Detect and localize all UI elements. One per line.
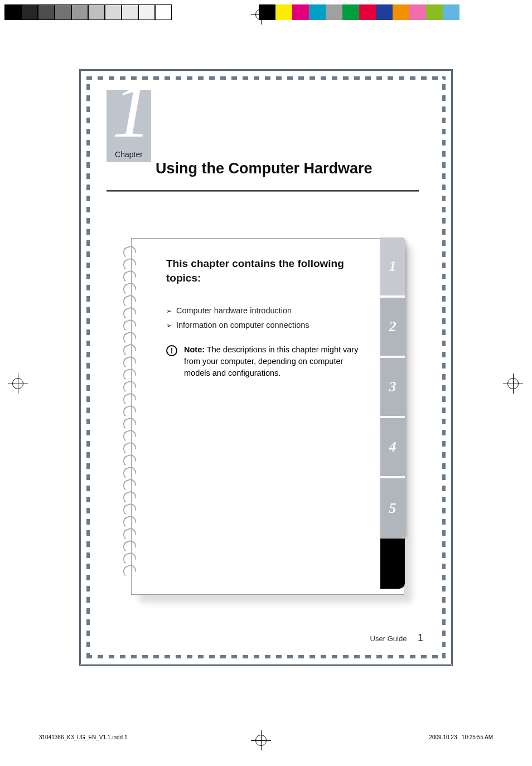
topic-item: Computer hardware introduction bbox=[166, 306, 404, 315]
swatch bbox=[4, 4, 21, 20]
chapter-title: Using the Computer Hardware bbox=[156, 160, 373, 177]
swatch bbox=[292, 4, 309, 20]
color-swatches bbox=[259, 4, 460, 20]
chapter-badge: 1 Chapter bbox=[107, 90, 151, 162]
tab-spine bbox=[380, 539, 405, 589]
page-footer: User Guide 1 bbox=[370, 632, 423, 644]
section-tab-4: 4 bbox=[380, 418, 405, 478]
topic-item: Information on computer connections bbox=[166, 321, 404, 329]
slug-datetime: 2009.10.23 10:25:55 AM bbox=[429, 734, 493, 740]
swatch bbox=[105, 4, 122, 20]
chapter-number: 1 bbox=[112, 65, 151, 155]
swatch bbox=[426, 4, 443, 20]
grayscale-swatches bbox=[4, 4, 172, 20]
topics-list: Computer hardware introductionInformatio… bbox=[166, 306, 404, 329]
note-label: Note: bbox=[184, 345, 205, 354]
print-slug: 31041386_K3_UG_EN_V1.1.indd 1 2009.10.23… bbox=[39, 734, 493, 740]
swatch bbox=[409, 4, 426, 20]
warning-icon: ! bbox=[166, 345, 177, 356]
section-tab-2: 2 bbox=[380, 298, 405, 358]
chapter-label: Chapter bbox=[107, 150, 151, 159]
registration-mark-left bbox=[8, 374, 28, 394]
page: 1 Chapter Using the Computer Hardware 12… bbox=[79, 69, 453, 666]
swatch bbox=[38, 4, 55, 20]
swatch bbox=[71, 4, 88, 20]
swatch bbox=[443, 4, 460, 20]
title-divider bbox=[107, 190, 419, 192]
slug-filename: 31041386_K3_UG_EN_V1.1.indd 1 bbox=[39, 734, 127, 740]
swatch bbox=[21, 4, 38, 20]
swatch bbox=[393, 4, 409, 20]
decorative-frame: 1 Chapter Using the Computer Hardware 12… bbox=[86, 76, 446, 658]
note-callout: ! Note: The descriptions in this chapter… bbox=[166, 344, 361, 379]
swatch bbox=[155, 4, 172, 20]
swatch bbox=[275, 4, 292, 20]
footer-label: User Guide bbox=[370, 634, 407, 643]
swatch bbox=[122, 4, 138, 20]
registration-mark-top bbox=[251, 4, 271, 25]
section-tab-3: 3 bbox=[380, 358, 405, 418]
note-text: Note: The descriptions in this chapter m… bbox=[184, 344, 361, 379]
spiral-binding bbox=[123, 246, 136, 575]
note-body: The descriptions in this chapter might v… bbox=[184, 345, 358, 377]
swatch bbox=[309, 4, 326, 20]
topics-notebook: 12345 This chapter contains the followin… bbox=[131, 238, 404, 595]
section-tabs: 12345 bbox=[380, 237, 405, 589]
registration-mark-bottom bbox=[251, 730, 271, 750]
section-tab-1: 1 bbox=[380, 237, 405, 298]
section-tab-5: 5 bbox=[380, 478, 405, 539]
swatch bbox=[359, 4, 376, 20]
page-number: 1 bbox=[418, 632, 423, 643]
swatch bbox=[342, 4, 359, 20]
swatch bbox=[88, 4, 105, 20]
swatch bbox=[376, 4, 393, 20]
registration-mark-right bbox=[503, 374, 523, 394]
topics-heading: This chapter contains the following topi… bbox=[166, 256, 345, 285]
swatch bbox=[55, 4, 71, 20]
swatch bbox=[326, 4, 342, 20]
swatch bbox=[138, 4, 155, 20]
